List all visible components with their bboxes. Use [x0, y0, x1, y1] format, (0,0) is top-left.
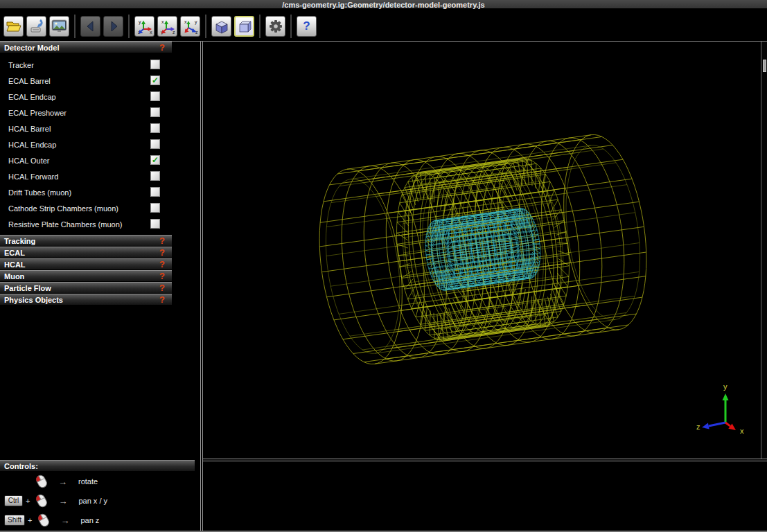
svg-text:y: y: [723, 382, 728, 391]
list-item-hcal-endcap[interactable]: HCAL Endcap: [0, 136, 172, 152]
checkbox[interactable]: [150, 107, 160, 117]
bottom-panel: [203, 461, 767, 531]
detector-wireframe: yzx: [203, 42, 761, 459]
section-label: ECAL: [4, 249, 25, 257]
section-label: Physics Objects: [4, 296, 63, 304]
mouse-left-button-icon: [35, 512, 52, 529]
list-item-ecal-barrel[interactable]: ECAL Barrel: [0, 73, 172, 89]
plus-glyph: +: [26, 497, 30, 505]
help-icon[interactable]: ?: [159, 248, 165, 257]
viewport-3d[interactable]: yzx: [203, 42, 761, 459]
checkbox[interactable]: [150, 219, 160, 229]
back-button[interactable]: [80, 16, 100, 37]
arrow-glyph: →: [60, 515, 69, 526]
axis-letter: x: [161, 19, 164, 24]
section-header-particle-flow[interactable]: Particle Flow ?: [0, 282, 172, 293]
checkbox[interactable]: [150, 139, 160, 149]
toolbar-separator: [259, 15, 261, 38]
checkbox[interactable]: [150, 203, 160, 213]
toolbar: y z x x y z: [0, 11, 767, 42]
item-label: Tracker: [8, 61, 34, 69]
section-header-physics-objects[interactable]: Physics Objects ?: [0, 294, 172, 305]
help-icon[interactable]: ?: [159, 236, 165, 245]
list-item-resistive-plate-chambers[interactable]: Resistive Plate Chambers (muon): [0, 216, 172, 232]
help-icon: ?: [303, 20, 310, 32]
checkbox[interactable]: [150, 76, 160, 85]
view-along-z-button[interactable]: x y z: [180, 16, 200, 37]
view-along-y-button[interactable]: x y z: [157, 16, 177, 37]
control-action-label: pan z: [80, 516, 99, 524]
gear-icon: [268, 19, 283, 34]
mouse-left-button-icon: [33, 473, 50, 490]
checkbox[interactable]: [150, 171, 160, 181]
folder-open-icon: [6, 19, 22, 33]
toolbar-separator: [290, 15, 292, 38]
control-action-label: rotate: [78, 477, 98, 486]
list-item-drift-tubes[interactable]: Drift Tubes (muon): [0, 184, 172, 200]
open-file-button[interactable]: [3, 16, 24, 37]
help-icon[interactable]: ?: [159, 272, 165, 281]
checkbox[interactable]: [150, 60, 160, 69]
svg-text:x: x: [740, 427, 744, 435]
scrollbar-track[interactable]: [761, 42, 767, 459]
forward-button[interactable]: [103, 16, 123, 37]
orthographic-view-button[interactable]: [234, 16, 254, 37]
axis-letter: y: [195, 19, 197, 25]
list-item-hcal-outer[interactable]: HCAL Outer: [0, 152, 172, 168]
help-button[interactable]: ?: [297, 16, 317, 37]
item-label: ECAL Preshower: [8, 109, 67, 117]
help-icon[interactable]: ?: [159, 260, 165, 269]
item-label: Resistive Plate Chambers (muon): [8, 220, 122, 229]
axis-triad-z-icon: x y z: [182, 18, 199, 35]
import-file-button[interactable]: [26, 16, 46, 37]
perspective-cube-icon: [214, 19, 229, 34]
section-label: Muon: [4, 272, 24, 281]
help-icon[interactable]: ?: [159, 43, 165, 52]
settings-button[interactable]: [265, 16, 285, 37]
controls-title: Controls:: [4, 462, 38, 470]
axis-triad-x-icon: y z x: [136, 18, 153, 35]
perspective-view-button[interactable]: [211, 16, 231, 37]
item-label: HCAL Outer: [8, 157, 50, 165]
title-bar: /cms-geometry.ig:Geometry/detector-model…: [0, 0, 767, 10]
section-header-tracking[interactable]: Tracking ?: [0, 235, 172, 246]
section-label: Particle Flow: [4, 284, 51, 292]
help-icon[interactable]: ?: [159, 283, 165, 292]
import-file-icon: [29, 19, 44, 34]
control-row-rotate: → rotate: [0, 472, 200, 491]
plus-glyph: +: [28, 516, 32, 524]
list-item-cathode-strip-chambers[interactable]: Cathode Strip Chambers (muon): [0, 200, 172, 216]
axis-letter: z: [173, 30, 175, 35]
detector-model-list: Tracker ECAL Barrel ECAL Endcap ECAL Pre…: [0, 53, 200, 235]
section-header-ecal[interactable]: ECAL ?: [0, 247, 172, 258]
item-label: ECAL Barrel: [8, 77, 51, 85]
control-row-pan-xy: Ctrl + → pan x / y: [0, 491, 200, 511]
section-label: Detector Model: [4, 44, 59, 52]
item-label: ECAL Endcap: [8, 93, 56, 101]
section-header-muon[interactable]: Muon ?: [0, 270, 172, 281]
screenshot-button[interactable]: [49, 16, 69, 37]
list-item-hcal-forward[interactable]: HCAL Forward: [0, 168, 172, 184]
item-label: HCAL Barrel: [8, 125, 51, 133]
list-item-ecal-endcap[interactable]: ECAL Endcap: [0, 89, 172, 105]
list-item-ecal-preshower[interactable]: ECAL Preshower: [0, 105, 172, 121]
section-header-hcal[interactable]: HCAL ?: [0, 258, 172, 269]
checkbox[interactable]: [150, 91, 160, 101]
section-label: Tracking: [4, 237, 35, 245]
controls-header: Controls:: [0, 460, 195, 471]
list-item-tracker[interactable]: Tracker: [0, 57, 172, 73]
help-icon[interactable]: ?: [159, 295, 165, 304]
section-header-detector-model[interactable]: Detector Model ?: [0, 42, 172, 53]
controls-panel: Controls: → rotate Ctrl +: [0, 460, 200, 532]
item-label: HCAL Forward: [8, 172, 58, 181]
checkbox[interactable]: [150, 123, 160, 133]
arrow-glyph: →: [58, 477, 67, 487]
list-item-hcal-barrel[interactable]: HCAL Barrel: [0, 121, 172, 136]
ispy-window: /cms-geometry.ig:Geometry/detector-model…: [0, 0, 767, 532]
ctrl-key-icon: Ctrl: [4, 495, 23, 506]
checkbox[interactable]: [150, 187, 160, 197]
checkbox[interactable]: [150, 155, 160, 165]
view-along-x-button[interactable]: y z x: [134, 16, 155, 37]
scrollbar-thumb[interactable]: [763, 60, 766, 72]
control-row-pan-z: Shift + → pan z: [0, 511, 200, 530]
